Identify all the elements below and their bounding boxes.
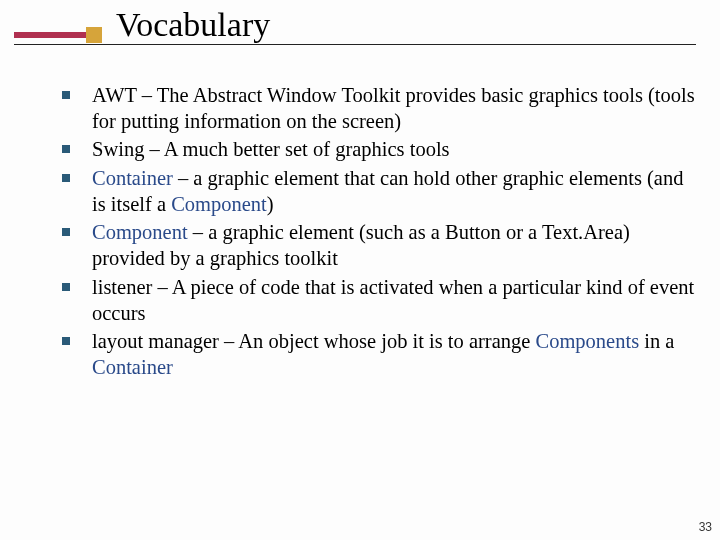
item-text: AWT – The Abstract Window Toolkit provid… [92, 82, 702, 134]
mid: in a [639, 330, 674, 352]
list-item: AWT – The Abstract Window Toolkit provid… [62, 82, 702, 134]
desc-pre: – An object whose job it is to arrange [219, 330, 536, 352]
title-accent-square [86, 27, 102, 43]
content-area: AWT – The Abstract Window Toolkit provid… [62, 82, 702, 383]
item-text: Swing – A much better set of graphics to… [92, 136, 450, 162]
desc: – The Abstract Window Toolkit provides b… [92, 84, 695, 132]
bullet-icon [62, 174, 70, 182]
desc: – A piece of code that is activated when… [92, 276, 694, 324]
list-item: Container – a graphic element that can h… [62, 165, 702, 217]
list-item: Component – a graphic element (such as a… [62, 219, 702, 271]
list-item: listener – A piece of code that is activ… [62, 274, 702, 326]
desc: – A much better set of graphics tools [144, 138, 449, 160]
term-layout-manager: layout manager [92, 330, 219, 352]
list-item: Swing – A much better set of graphics to… [62, 136, 702, 162]
term-container: Container [92, 167, 173, 189]
inline-container: Container [92, 356, 173, 378]
slide-title: Vocabulary [116, 8, 270, 42]
title-block: Vocabulary [14, 8, 696, 45]
bullet-icon [62, 145, 70, 153]
desc-post: ) [267, 193, 274, 215]
bullet-icon [62, 337, 70, 345]
item-text: layout manager – An object whose job it … [92, 328, 702, 380]
term-awt: AWT [92, 84, 137, 106]
inline-components: Components [536, 330, 640, 352]
title-underline [14, 44, 696, 45]
bullet-icon [62, 228, 70, 236]
term-swing: Swing [92, 138, 144, 160]
list-item: layout manager – An object whose job it … [62, 328, 702, 380]
bullet-icon [62, 91, 70, 99]
inline-component: Component [171, 193, 267, 215]
term-component: Component [92, 221, 188, 243]
bullet-icon [62, 283, 70, 291]
title-rule: Vocabulary [14, 8, 696, 42]
title-accent-bar [14, 32, 88, 38]
item-text: Component – a graphic element (such as a… [92, 219, 702, 271]
term-listener: listener [92, 276, 152, 298]
item-text: Container – a graphic element that can h… [92, 165, 702, 217]
page-number: 33 [699, 520, 712, 534]
item-text: listener – A piece of code that is activ… [92, 274, 702, 326]
